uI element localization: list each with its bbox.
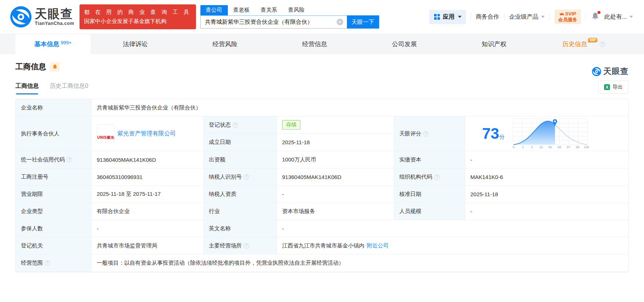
tab-company-development[interactable]: 公司发展 bbox=[359, 34, 449, 54]
svg-text:1: 1 bbox=[522, 145, 523, 149]
export-button[interactable]: X 导出 bbox=[598, 81, 629, 94]
industry-value: 资本市场服务 bbox=[277, 203, 394, 220]
search-tab-risk[interactable]: 查风险 bbox=[283, 5, 310, 15]
subtab-business-info[interactable]: 工商信息 bbox=[15, 82, 39, 94]
org-code-value: MAK141K0-6 bbox=[465, 168, 628, 186]
divider bbox=[586, 14, 586, 20]
brand-name: 天眼查 bbox=[35, 8, 74, 20]
nav-enterprise-products[interactable]: 企业级产品 bbox=[509, 13, 545, 21]
help-icon[interactable]: ? bbox=[45, 260, 50, 266]
main-place-value: 江西省九江市共青城市基金小镇内 附近公司 bbox=[277, 237, 628, 254]
notification-dot bbox=[597, 11, 600, 14]
top-header: 天眼查 TianYanCha.com 都 在 用 的 商 业 查 询 工 具 国… bbox=[0, 0, 644, 34]
founded-label: 成立日期 bbox=[204, 134, 277, 151]
partner-company-link[interactable]: 紫光资产管理有限公司 bbox=[117, 130, 176, 138]
taxpayer-quality-label: 纳税人资质 bbox=[204, 186, 277, 203]
reg-number-value: 360405310096931 bbox=[92, 168, 204, 186]
score-distribution-chart: 0 1 3 15 50 85 97 99 100 bbox=[511, 118, 589, 149]
tab-operation-risk[interactable]: 经营风险 bbox=[180, 34, 270, 54]
section-watermark: 天眼查 bbox=[592, 66, 629, 77]
staff-size-label: 人员规模 bbox=[394, 203, 465, 220]
search-button[interactable]: 天眼一下 bbox=[347, 15, 379, 29]
svg-text:15: 15 bbox=[539, 145, 543, 149]
brand-slogan: 都 在 用 的 商 业 查 询 工 具 国家中小企业发展子基金旗下机构 bbox=[79, 4, 196, 29]
tab-business-info[interactable]: 经营信息 bbox=[270, 34, 360, 54]
business-scope-value: 一般项目：以自有资金从事投资活动（除依法须经批准的项目外，凭营业执照依法自主开展… bbox=[92, 254, 628, 272]
brand-domain: TianYanCha.com bbox=[35, 21, 74, 26]
industry-label: 行业 bbox=[204, 203, 277, 220]
company-tabstrip: 基本信息 999+ 法律诉讼 经营风险 经营信息 公司发展 知识产权 历史信息 … bbox=[0, 34, 644, 54]
company-info-table: 企业名称 共青城新紫华三投资合伙企业（有限合伙） 执行事务合伙人 UNIS紫光 … bbox=[15, 99, 629, 272]
search-tab-boss[interactable]: 查老板 bbox=[228, 5, 255, 15]
bell-icon bbox=[52, 64, 58, 70]
svg-text:3: 3 bbox=[531, 145, 533, 149]
nearby-companies-link[interactable]: 附近公司 bbox=[367, 242, 389, 249]
tab-history-info[interactable]: 历史信息 VIP ? bbox=[539, 34, 629, 54]
svg-text:97: 97 bbox=[567, 145, 570, 149]
help-icon[interactable]: ? bbox=[233, 122, 238, 128]
help-icon[interactable]: ? bbox=[244, 243, 249, 249]
svip-label-top: SVIP bbox=[565, 11, 576, 17]
user-menu[interactable]: 此处有... bbox=[604, 13, 633, 21]
help-icon[interactable]: ? bbox=[423, 131, 429, 137]
tab-history-label: 历史信息 bbox=[562, 40, 587, 48]
score-label: 天眼评分 bbox=[399, 130, 421, 137]
partner-logo[interactable]: UNIS紫光 bbox=[97, 124, 115, 143]
approval-date-value: 2025-11-18 bbox=[465, 186, 628, 203]
tianyancha-logo[interactable]: 天眼查 TianYanCha.com bbox=[10, 6, 74, 27]
grid-icon bbox=[434, 14, 440, 20]
search-tab-company[interactable]: 查公司 bbox=[200, 5, 228, 15]
partner-label: 执行事务合伙人 bbox=[16, 116, 92, 151]
nav-cooperation[interactable]: 商务合作 bbox=[476, 13, 499, 21]
tab-basic-info[interactable]: 基本信息 999+ bbox=[15, 34, 90, 54]
apps-label: 应用 bbox=[443, 13, 455, 21]
reg-number-label: 工商注册号 bbox=[16, 168, 92, 186]
tianyancha-watermark-icon bbox=[592, 67, 601, 76]
svg-text:85: 85 bbox=[558, 145, 561, 149]
help-icon[interactable]: ? bbox=[600, 41, 605, 47]
founded-value: 2025-11-18 bbox=[277, 134, 394, 151]
vip-badge: VIP bbox=[588, 38, 597, 42]
business-term-value: 2025-11-18 至 2075-11-17 bbox=[92, 186, 204, 203]
tab-legal[interactable]: 法律诉讼 bbox=[90, 34, 180, 54]
svip-member-button[interactable]: SVIP 会员服务 bbox=[555, 10, 581, 25]
subtab-row: 工商信息 历史工商信息0 X 导出 bbox=[15, 81, 629, 94]
header-nav: 应用 商务合作 企业级产品 SVIP 会员服务 bbox=[429, 10, 633, 25]
export-label: 导出 bbox=[612, 84, 623, 90]
score-unit: 分 bbox=[499, 134, 505, 140]
apps-menu-button[interactable]: 应用 bbox=[429, 10, 466, 24]
subtab-history-business-info[interactable]: 历史工商信息0 bbox=[50, 82, 88, 94]
score-number: 73 bbox=[482, 125, 499, 142]
status-badge: 存续 bbox=[282, 120, 300, 130]
clear-search-icon[interactable]: ✕ bbox=[337, 19, 343, 25]
company-name-label: 企业名称 bbox=[16, 99, 92, 116]
help-icon[interactable]: ? bbox=[434, 174, 440, 180]
business-term-label: 营业期限 bbox=[16, 186, 92, 203]
svg-text:99: 99 bbox=[576, 145, 580, 149]
crown-icon bbox=[559, 12, 564, 16]
business-scope-label: 经营范围 bbox=[21, 260, 43, 266]
divider bbox=[504, 14, 504, 20]
help-icon[interactable]: ? bbox=[67, 157, 72, 163]
slogan-line2: 国家中小企业发展子基金旗下机构 bbox=[84, 17, 191, 26]
tab-basic-label: 基本信息 bbox=[34, 40, 59, 48]
credit-code-value: 91360405MAK141K06D bbox=[92, 151, 204, 168]
search-input[interactable] bbox=[200, 15, 347, 29]
section-title: 工商信息 bbox=[15, 61, 46, 72]
approval-date-label: 核准日期 bbox=[394, 186, 465, 203]
subscribe-bell-button[interactable] bbox=[50, 62, 60, 72]
registration-authority-value: 共青城市市场监督管理局 bbox=[92, 237, 204, 254]
svip-label-bottom: 会员服务 bbox=[558, 17, 577, 23]
paidin-capital-label: 实缴资本 bbox=[394, 151, 465, 168]
notification-bell-button[interactable] bbox=[592, 12, 599, 22]
insured-count-label: 参保人数 bbox=[16, 220, 92, 237]
partner-value: UNIS紫光 紫光资产管理有限公司 bbox=[92, 116, 204, 151]
search-tab-relation[interactable]: 查关系 bbox=[255, 5, 283, 15]
credit-code-label: 统一社会信用代码 bbox=[21, 156, 65, 163]
excel-icon: X bbox=[604, 84, 610, 90]
tianyancha-logo-icon bbox=[10, 6, 32, 27]
tab-intellectual-property[interactable]: 知识产权 bbox=[449, 34, 539, 54]
user-label: 此处有... bbox=[604, 13, 627, 21]
watermark-label: 天眼查 bbox=[603, 66, 629, 77]
help-icon[interactable]: ? bbox=[244, 174, 249, 180]
